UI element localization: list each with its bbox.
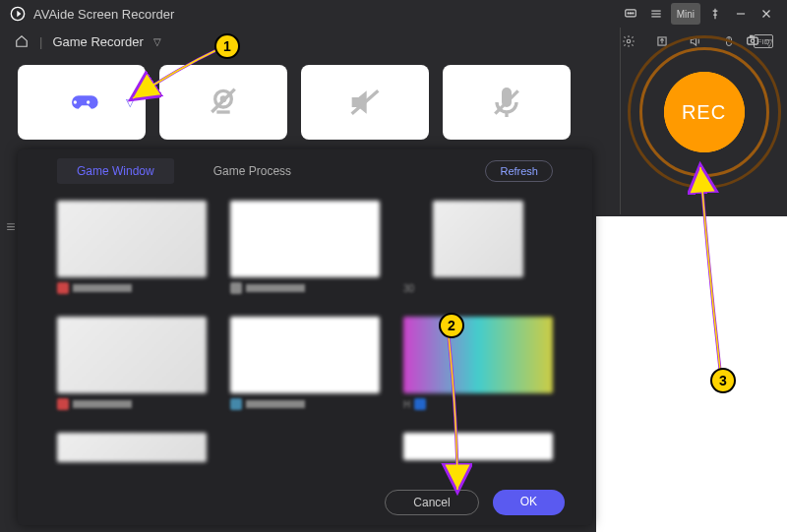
window-thumb[interactable] xyxy=(57,433,207,476)
record-label: REC xyxy=(682,101,726,124)
svg-point-3 xyxy=(630,13,631,14)
window-thumb[interactable] xyxy=(403,433,553,476)
refresh-button[interactable]: Refresh xyxy=(485,160,553,182)
pin-icon[interactable] xyxy=(704,3,726,25)
tab-game-window[interactable]: Game Window xyxy=(57,158,174,184)
tab-game-process[interactable]: Game Process xyxy=(194,158,311,184)
svg-point-4 xyxy=(632,13,633,14)
app-title: AVAide Screen Recorder xyxy=(33,7,174,22)
window-grid: 30 H xyxy=(18,193,592,476)
chevron-down-icon: ▽ xyxy=(126,96,134,109)
minimize-button[interactable] xyxy=(730,3,752,25)
app-logo-icon xyxy=(10,6,26,22)
mini-button[interactable]: Mini xyxy=(671,3,700,25)
webcam-source-tile[interactable] xyxy=(159,65,287,140)
window-thumb[interactable] xyxy=(57,201,207,309)
record-button[interactable]: REC xyxy=(657,65,752,159)
record-panel: ▽ REC xyxy=(620,28,787,214)
thumb-caption: H xyxy=(403,399,410,410)
titlebar: AVAide Screen Recorder Mini xyxy=(0,0,787,28)
thumb-caption: 30 xyxy=(403,283,414,294)
mode-label[interactable]: Game Recorder xyxy=(52,34,143,49)
chevron-down-icon[interactable]: ▽ xyxy=(765,37,773,48)
annotation-badge-3: 3 xyxy=(710,368,736,393)
svg-point-24 xyxy=(751,39,755,43)
system-audio-tile[interactable] xyxy=(301,65,429,140)
svg-rect-23 xyxy=(748,37,758,44)
chevron-down-icon[interactable]: ▽ xyxy=(153,36,161,47)
message-icon[interactable] xyxy=(620,3,641,25)
menu-icon[interactable] xyxy=(645,3,667,25)
annotation-badge-1: 1 xyxy=(214,33,240,59)
home-icon[interactable] xyxy=(14,33,30,49)
window-thumb[interactable] xyxy=(57,317,207,425)
separator: | xyxy=(39,34,42,49)
svg-point-16 xyxy=(87,100,90,103)
mic-source-tile[interactable] xyxy=(443,65,571,140)
background-area xyxy=(596,216,787,532)
picker-tabs: Game Window Game Process Refresh xyxy=(18,149,592,193)
window-thumb[interactable]: H xyxy=(403,317,553,425)
ok-button[interactable]: OK xyxy=(493,490,565,515)
window-thumb[interactable]: 30 xyxy=(403,201,553,309)
cancel-button[interactable]: Cancel xyxy=(385,490,478,515)
close-button[interactable] xyxy=(756,3,777,25)
game-source-tile[interactable]: ▽ xyxy=(18,65,146,140)
window-thumb[interactable] xyxy=(230,201,380,309)
window-picker-panel: Game Window Game Process Refresh 30 H Ca… xyxy=(18,149,592,525)
window-thumb[interactable] xyxy=(230,317,380,425)
svg-point-2 xyxy=(628,13,629,14)
svg-point-15 xyxy=(74,100,77,103)
svg-rect-25 xyxy=(751,35,753,37)
annotation-badge-2: 2 xyxy=(439,313,464,338)
app-window: AVAide Screen Recorder Mini | Game Recor… xyxy=(0,0,787,532)
